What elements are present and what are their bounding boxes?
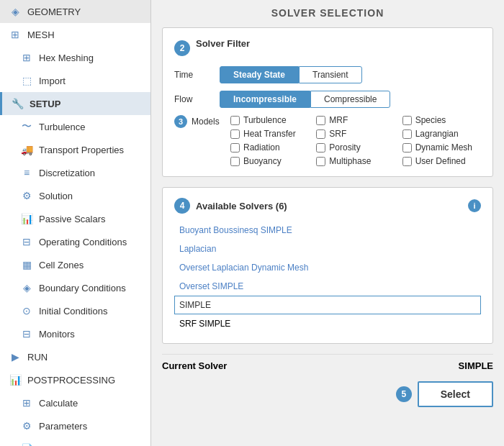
models-label: Models (192, 117, 225, 127)
model-label-user-defined: User Defined (415, 156, 466, 166)
sidebar-item-transport-props[interactable]: 🚚Transport Properties (0, 138, 150, 161)
badge-4: 4 (174, 198, 190, 214)
model-checkbox-species[interactable] (402, 116, 412, 125)
sidebar-item-initial-conditions[interactable]: ⊙Initial Conditions (0, 299, 150, 322)
model-label-heat-transfer: Heat Transfer (243, 129, 296, 139)
badge-2: 2 (174, 40, 190, 56)
transport-props-icon: 🚚 (20, 143, 33, 156)
steady-state-button[interactable]: Steady State (220, 66, 299, 83)
sidebar-item-geometry[interactable]: ◈GEOMETRY (0, 0, 150, 23)
sidebar-item-monitors[interactable]: ⊟Monitors (0, 322, 150, 345)
sidebar-item-parameters[interactable]: ⚙Parameters (0, 414, 150, 437)
import-icon: ⬚ (20, 74, 33, 87)
model-item-user-defined[interactable]: User Defined (402, 156, 481, 166)
sidebar-item-label-transport-props: Transport Properties (39, 145, 124, 155)
model-item-dynamic-mesh[interactable]: Dynamic Mesh (402, 142, 481, 153)
sidebar-item-calculate[interactable]: ⊞Calculate (0, 391, 150, 414)
model-label-dynamic-mesh: Dynamic Mesh (415, 142, 472, 153)
solver-list: Buoyant Boussinesq SIMPLELaplacianOverse… (174, 221, 481, 333)
mesh-icon: ⊞ (9, 28, 22, 41)
sidebar-item-summary[interactable]: 📄Summary (0, 437, 150, 446)
sidebar-item-turbulence[interactable]: 〜Turbulence (0, 115, 150, 138)
model-label-srf: SRF (329, 129, 346, 139)
model-item-turbulence[interactable]: Turbulence (230, 115, 309, 125)
passive-scalars-icon: 📊 (20, 212, 33, 225)
solver-item-overset-simple[interactable]: Overset SIMPLE (174, 277, 481, 296)
sidebar-item-label-parameters: Parameters (39, 421, 87, 432)
sidebar-item-mesh[interactable]: ⊞MESH (0, 23, 150, 46)
solver-item-laplacian[interactable]: Laplacian (174, 240, 481, 258)
model-item-mrf[interactable]: MRF (316, 115, 395, 125)
solver-filter-card: 2 Solver Filter Time Steady State Transi… (162, 27, 493, 177)
model-checkbox-lagrangian[interactable] (402, 129, 412, 139)
cell-zones-icon: ▦ (20, 258, 33, 271)
sidebar-item-label-hex-meshing: Hex Meshing (39, 53, 94, 63)
model-checkbox-user-defined[interactable] (402, 157, 412, 166)
model-checkbox-multiphase[interactable] (316, 157, 325, 166)
sidebar-item-hex-meshing[interactable]: ⊞Hex Meshing (0, 46, 150, 69)
button-area: 5 Select (162, 381, 493, 407)
model-item-buoyancy[interactable]: Buoyancy (230, 156, 309, 166)
sidebar-item-label-boundary-conditions: Boundary Conditions (39, 283, 126, 293)
model-checkbox-turbulence[interactable] (230, 116, 240, 125)
sidebar-item-label-calculate: Calculate (39, 398, 78, 409)
info-icon[interactable]: i (468, 199, 481, 212)
model-checkbox-dynamic-mesh[interactable] (402, 143, 412, 153)
available-solvers-header: 4 Available Solvers (6) i (174, 198, 481, 214)
compressible-button[interactable]: Compressible (310, 91, 390, 108)
sidebar-item-label-import: Import (39, 76, 66, 86)
incompressible-button[interactable]: Incompressible (220, 91, 310, 108)
sidebar-item-label-setup: SETUP (30, 99, 60, 109)
page-title: SOLVER SELECTION (162, 7, 493, 19)
solver-item-buoyant-boussinesq-simple[interactable]: Buoyant Boussinesq SIMPLE (174, 221, 481, 240)
sidebar-item-label-initial-conditions: Initial Conditions (39, 306, 107, 317)
solver-filter-title: Solver Filter (196, 38, 250, 49)
sidebar-item-label-geometry: GEOMETRY (27, 6, 81, 17)
sidebar-item-discretization[interactable]: ≡Discretization (0, 161, 150, 184)
sidebar-item-solution[interactable]: ⚙Solution (0, 184, 150, 207)
setup-icon: 🔧 (11, 97, 24, 110)
model-item-srf[interactable]: SRF (316, 129, 395, 139)
model-checkbox-radiation[interactable] (230, 143, 240, 153)
current-solver-row: Current Solver SIMPLE (162, 354, 493, 377)
available-solvers-title: Available Solvers (6) (196, 201, 287, 211)
model-item-multiphase[interactable]: Multiphase (316, 156, 395, 166)
sidebar-item-label-turbulence: Turbulence (39, 122, 86, 132)
sidebar-item-postprocessing[interactable]: 📊POSTPROCESSING (0, 368, 150, 391)
select-button[interactable]: Select (418, 381, 493, 407)
sidebar-item-boundary-conditions[interactable]: ◈Boundary Conditions (0, 276, 150, 299)
model-item-species[interactable]: Species (402, 115, 481, 125)
sidebar-item-setup[interactable]: 🔧SETUP (0, 92, 150, 115)
model-label-buoyancy: Buoyancy (243, 156, 282, 166)
sidebar-item-passive-scalars[interactable]: 📊Passive Scalars (0, 207, 150, 230)
model-label-turbulence: Turbulence (243, 115, 287, 125)
transient-button[interactable]: Transient (299, 66, 362, 83)
model-item-lagrangian[interactable]: Lagrangian (402, 129, 481, 139)
turbulence-icon: 〜 (20, 120, 33, 133)
sidebar-item-cell-zones[interactable]: ▦Cell Zones (0, 253, 150, 276)
model-checkbox-buoyancy[interactable] (230, 157, 240, 166)
sidebar-item-import[interactable]: ⬚Import (0, 69, 150, 92)
postprocessing-icon: 📊 (9, 373, 22, 386)
model-label-species: Species (415, 115, 446, 125)
solution-icon: ⚙ (20, 189, 33, 202)
sidebar-item-label-monitors: Monitors (39, 329, 75, 340)
sidebar-item-run[interactable]: ▶RUN (0, 345, 150, 368)
model-checkbox-porosity[interactable] (316, 143, 325, 153)
sidebar: ◈GEOMETRY⊞MESH⊞Hex Meshing⬚Import🔧SETUP〜… (0, 0, 151, 446)
model-checkbox-heat-transfer[interactable] (230, 129, 240, 139)
model-item-porosity[interactable]: Porosity (316, 142, 395, 153)
boundary-conditions-icon: ◈ (20, 281, 33, 294)
model-item-radiation[interactable]: Radiation (230, 142, 309, 153)
solver-item-overset-laplacian-dynamic-mesh[interactable]: Overset Laplacian Dynamic Mesh (174, 258, 481, 277)
model-checkbox-srf[interactable] (316, 129, 325, 139)
sidebar-item-label-discretization: Discretization (39, 168, 95, 178)
sidebar-item-operating-conditions[interactable]: ⊟Operating Conditions (0, 230, 150, 253)
model-item-heat-transfer[interactable]: Heat Transfer (230, 129, 309, 139)
model-checkbox-mrf[interactable] (316, 116, 325, 125)
solver-item-simple[interactable]: SIMPLE (174, 296, 481, 314)
sidebar-item-label-cell-zones: Cell Zones (39, 260, 84, 270)
solver-item-srf-simple[interactable]: SRF SIMPLE (174, 314, 481, 333)
discretization-icon: ≡ (20, 166, 33, 179)
available-solvers-card: 4 Available Solvers (6) i Buoyant Boussi… (162, 187, 493, 344)
